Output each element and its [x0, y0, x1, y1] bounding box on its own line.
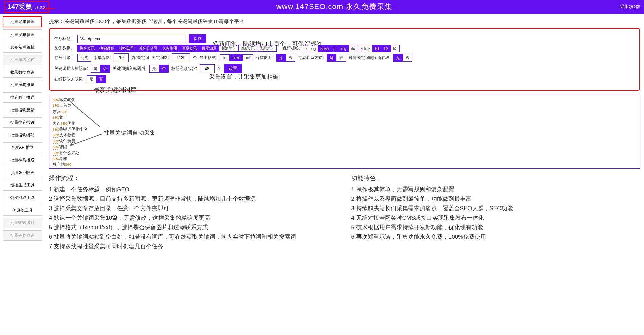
process-column: 操作流程： 1.新建一个任务标题，例如SEO2.选择采集数据源，目前支持多新闻源… — [49, 173, 338, 251]
hint-text: 提示：关键词数最多1000个，采集数据源多个轮训，每个关键词最多采集10篇每个平… — [49, 18, 640, 25]
sidebar-item[interactable]: 批量搜狗投诉 — [3, 117, 42, 128]
title-contain-input[interactable] — [200, 64, 215, 73]
keyword-line: seo考核 — [53, 156, 636, 162]
process-step: 6.批量将关键词粘贴到空白处，如若没有词库，可在线获取关键词，均为实时下拉词和相… — [49, 232, 338, 242]
keyword-line: 东营seo — [53, 109, 636, 115]
tag-chip[interactable]: h1 — [373, 45, 382, 52]
format-pill[interactable]: xxf — [243, 54, 253, 61]
process-step: 7.支持多线程批量采集可同时创建几百个任务 — [49, 242, 338, 251]
annotation-sources: 多新闻源，陆续增加上百个，可保留标签 — [213, 40, 323, 48]
sidebar-item[interactable]: 批量发布管理 — [3, 29, 42, 40]
insert-before-toggle[interactable]: 是否 — [91, 65, 110, 73]
tag-chip[interactable]: img — [338, 45, 349, 52]
tag-chip[interactable]: article — [358, 45, 373, 52]
sidebar: 批量采集管理批量发布管理发布站点监控批量排名监控收录数据查询批量搜狗推送搜狗验证… — [0, 14, 45, 258]
keepimg-label: 保留图片: — [256, 55, 273, 61]
feature-step: 2.将操作以及界面做到最简单，功能做到最丰富 — [351, 194, 640, 204]
sidebar-item[interactable]: 批量360推送 — [3, 168, 42, 178]
keyword-line: 东莞seo优化 — [53, 168, 636, 169]
filter-kw-label: 过滤关键词删除所在段: — [349, 55, 390, 61]
process-step: 3.选择采集文章存放目录，任意一个文件夹即可 — [49, 204, 338, 213]
sidebar-item[interactable]: 批量搜狗绑站 — [3, 130, 42, 140]
topbar: 147采集 v1.2.3 www.147SEO.com 永久免费采集 采集QQ群 — [0, 0, 644, 14]
source-label: 采集数据: — [54, 45, 75, 51]
source-chip[interactable]: 百度资讯 — [180, 45, 199, 52]
keepimg-toggle[interactable]: 是否 — [276, 54, 295, 62]
online-kw-toggle[interactable]: 是否 — [87, 75, 106, 83]
source-chip[interactable]: 搜狗微信 — [97, 45, 117, 52]
online-kw-label: 在线获取关联词: — [54, 76, 84, 82]
source-chip[interactable]: 搜狗资讯 — [77, 45, 97, 52]
brand: 147采集 — [7, 2, 32, 12]
count-label: 采集篇数: — [94, 55, 111, 61]
sidebar-item[interactable]: 收录数据查询 — [3, 67, 42, 78]
keyword-line: seo有什么好处 — [53, 150, 636, 156]
save-button[interactable]: 保存 — [189, 34, 206, 43]
sidebar-item: 批量排名监控 — [3, 55, 42, 65]
insert-before-label: 关键词插入标题前: — [54, 66, 88, 72]
filter-contact-toggle[interactable]: 是否 — [327, 54, 346, 62]
tag-chip[interactable]: div — [349, 45, 358, 52]
sidebar-item[interactable]: 伪原创工具 — [3, 205, 42, 216]
title-contain-label: 标题必须包含: — [171, 66, 197, 72]
tag-chip[interactable]: h2 — [382, 45, 391, 52]
sidebar-item: 批量备案查询 — [3, 230, 42, 241]
sidebar-item: 批量蜘蛛统计 — [3, 218, 42, 228]
qq-link[interactable]: 采集QQ群 — [620, 4, 640, 10]
feature-step: 4.无缝对接全网各种CMS或接口实现采集发布一体化 — [351, 213, 640, 223]
count-unit: 篇/关键词 — [131, 55, 149, 61]
source-chip[interactable]: 搜狗公众号 — [136, 45, 160, 52]
keyword-line: seo智能 — [53, 144, 636, 150]
insert-after-toggle[interactable]: 是否 — [149, 65, 169, 73]
source-chip[interactable]: 头条资讯 — [160, 45, 180, 52]
page-title: www.147SEO.com 永久免费采集 — [49, 2, 620, 12]
insert-after-label: 关键词插入标题后: — [113, 66, 146, 72]
process-step: 4.默认一个关键词采集10篇，无需修改，这样采集的精确度更高 — [49, 213, 338, 223]
kwcount-input[interactable] — [172, 53, 190, 62]
keyword-textarea[interactable]: 批量关键词自动采集 seo标签优化seo上首页东营seoseo文大连seo优化s… — [49, 95, 640, 169]
kwcount-unit: 个 — [193, 55, 197, 61]
keyword-line: 独立站seo — [53, 162, 636, 168]
annotation-settings: 采集设置，让采集更加精确! — [209, 73, 280, 81]
arrow-icon — [70, 134, 104, 147]
annotation-keywords: 最新关键词词库 — [94, 86, 136, 94]
sidebar-item[interactable]: 链接抓取工具 — [3, 193, 42, 203]
count-input[interactable] — [114, 53, 129, 62]
format-pill[interactable]: txt — [220, 54, 230, 61]
source-chip[interactable]: 搜狗知乎 — [117, 45, 136, 52]
browse-button[interactable]: 浏览 — [77, 54, 91, 62]
format-pill[interactable]: html — [230, 54, 243, 61]
feature-step: 1.操作极其简单，无需写规则和复杂配置 — [351, 185, 640, 194]
title-contain-unit: 个 — [217, 66, 221, 72]
keyword-line: seo文 — [53, 115, 636, 120]
sidebar-item[interactable]: 批量搜狗推送 — [3, 80, 42, 90]
arrow-icon — [66, 98, 104, 129]
tag-chip[interactable]: p — [331, 45, 338, 52]
task-title-label: 任务标题: — [54, 36, 75, 42]
sidebar-item[interactable]: 批量采集管理 — [3, 16, 42, 27]
feature-step: 3.持续解决站长们采集需求的痛点，覆盖全SEO人群，SEO功能 — [351, 204, 640, 213]
format-label: 导出格式: — [200, 55, 217, 61]
sidebar-item[interactable]: 百度API推送 — [3, 142, 42, 153]
sidebar-item[interactable]: 批量神马推送 — [3, 155, 42, 165]
tag-chip[interactable]: h3 — [391, 45, 400, 52]
process-step: 1.新建一个任务标题，例如SEO — [49, 185, 338, 194]
feature-step: 5.技术根据用户需求持续开发新功能，优化现有功能 — [351, 223, 640, 232]
sidebar-item[interactable]: 链接生成工具 — [3, 180, 42, 191]
settings-button[interactable]: 设置 — [224, 64, 242, 73]
config-panel: 多新闻源，陆续增加上百个，可保留标签 采集设置，让采集更加精确! 最新关键词词库… — [49, 28, 640, 91]
filter-contact-label: 过滤联系方式: — [298, 55, 324, 61]
feature-step: 6.再次郑重承诺，采集功能永久免费，100%免费使用 — [351, 232, 640, 242]
arrow-icon: ⟵ — [44, 4, 56, 14]
svg-line-0 — [66, 98, 100, 127]
sidebar-item[interactable]: 搜狗验证推送 — [3, 92, 42, 103]
filter-kw-toggle[interactable]: 是否 — [393, 54, 412, 62]
keyword-line: 大连seo优化 — [53, 121, 636, 126]
sidebar-item[interactable]: 发布站点监控 — [3, 42, 42, 53]
sidebar-item[interactable]: 批量搜狗反馈 — [3, 105, 42, 115]
keyword-line: seo软件免费 — [53, 138, 636, 144]
task-title-input[interactable] — [77, 35, 186, 43]
features-column: 功能特色： 1.操作极其简单，无需写规则和复杂配置2.将操作以及界面做到最简单，… — [351, 173, 640, 251]
process-title: 操作流程： — [49, 173, 338, 183]
keyword-line: seo上首页 — [53, 103, 636, 109]
